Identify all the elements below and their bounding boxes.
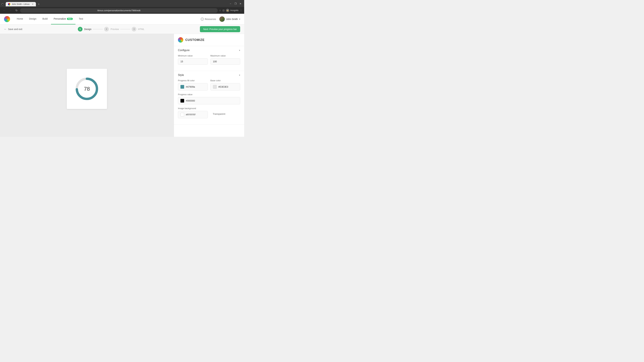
progress-value-swatch-row[interactable]: #000000 [178,97,240,104]
style-section-header[interactable]: Style ▾ [174,71,244,79]
tab-bar: ◂ John Smith › Litmus ✕ + − ❐ ✕ [0,0,244,7]
chevron-down-icon: ▾ [239,18,240,20]
base-color-hex: #E3E3E3 [218,85,228,88]
image-bg-row: Image background #FFFFFF Transparent [178,107,240,118]
step-3: 3 HTML [132,27,144,31]
base-color-group: Base color #E3E3E3 [210,79,240,90]
nav-links: Home Design Build Personalize New Test [14,14,201,24]
resources-btn[interactable]: i Resources [201,17,216,21]
step-3-label: HTML [138,28,144,30]
progress-value-swatch [180,99,184,103]
nav-right: i Resources John Smith ▾ [201,16,240,22]
address-input[interactable] [20,8,218,13]
stepper: 1 Design 2 Preview 3 HTML [22,27,200,31]
min-value-input[interactable] [178,58,208,65]
tab-title: John Smith › Litmus [12,3,30,5]
progress-fill-hex: #47909a [186,85,195,88]
min-value-group: Minimum value [178,54,208,65]
address-bar: ← → ↻ ☆ ⊡ 🕵 Incognito ⋮ [0,7,244,14]
transparent-label: Transparent [210,111,240,117]
image-bg-swatch [180,113,184,116]
incognito-label: Incognito [230,9,238,11]
resources-label: Resources [205,18,216,20]
top-nav: Home Design Build Personalize New Test i… [0,14,244,24]
tab-left-controls: ◂ [1,3,4,5]
window-controls: − ❐ ✕ [228,1,243,7]
back-arrow-icon: ← [4,28,7,31]
style-content: Progress fill color #47909a Base color #… [174,79,244,124]
min-value-label: Minimum value [178,54,208,57]
new-badge: New [67,18,73,20]
configure-chevron-icon: ▾ [239,49,240,52]
menu-icon[interactable]: ⋮ [240,9,242,12]
nav-home[interactable]: Home [14,14,26,24]
back-nav-btn[interactable]: ← [2,8,7,13]
max-value-label: Maximum value [210,54,240,57]
style-section: Style ▾ Progress fill color #47909a [174,71,244,124]
transparent-group: Transparent [210,107,240,118]
progress-fill-label: Progress fill color [178,79,208,82]
max-value-input[interactable] [210,58,240,65]
panel-title: CUSTOMIZE [185,38,204,42]
litmus-logo [4,16,10,22]
fill-base-color-row: Progress fill color #47909a Base color #… [178,79,240,90]
minimize-btn[interactable]: − [228,1,233,6]
nav-personalize[interactable]: Personalize New [51,14,76,24]
progress-fill-group: Progress fill color #47909a [178,79,208,90]
progress-value-label: Progress value [178,93,240,96]
new-tab-btn[interactable]: + [36,2,41,6]
base-color-swatch-row[interactable]: #E3E3E3 [210,83,240,90]
user-name: John Smith [226,18,238,20]
ring-container: 78 [74,75,100,102]
tab-back-btn[interactable]: ◂ [1,3,4,5]
avatar [219,16,225,22]
incognito-icon: 🕵 [226,9,229,12]
forward-nav-btn[interactable]: → [8,8,13,13]
nav-build[interactable]: Build [40,14,50,24]
tab-close-btn[interactable]: ✕ [32,3,34,5]
image-bg-label: Image background [178,107,208,110]
main-content: 78 CUSTOMIZE Configure ▾ Minim [0,34,244,137]
bookmark-icon[interactable]: ☆ [219,9,221,12]
style-title: Style [178,73,184,77]
step-connector-1-2 [93,29,103,29]
canvas-area: 78 [0,34,174,137]
reload-btn[interactable]: ↻ [14,8,19,13]
base-color-swatch [213,85,217,89]
close-btn[interactable]: ✕ [238,1,243,6]
maximize-btn[interactable]: ❐ [233,1,238,6]
split-view-icon[interactable]: ⊡ [222,9,224,12]
step-connector-2-3 [120,29,130,29]
configure-section-header[interactable]: Configure ▾ [174,46,244,54]
next-button[interactable]: Next: Preview your progress bar [200,26,240,32]
step-1-label: Design [84,28,92,30]
step-3-circle: 3 [132,27,136,31]
nav-design[interactable]: Design [26,14,39,24]
avatar-img [219,16,225,22]
style-chevron-icon: ▾ [239,74,240,76]
user-section[interactable]: John Smith ▾ [219,16,240,22]
tab-favicon [8,3,10,5]
incognito-btn[interactable]: 🕵 Incognito [226,9,238,12]
progress-value-group: Progress value #000000 [178,93,240,104]
panel-header: CUSTOMIZE [174,34,244,46]
active-tab[interactable]: John Smith › Litmus ✕ [6,2,36,6]
transparent-label-spacer [210,107,240,110]
progress-fill-swatch [180,85,184,89]
sub-header: ← Save and exit 1 Design 2 Preview 3 [0,24,244,34]
progress-fill-swatch-row[interactable]: #47909a [178,83,208,90]
image-bg-swatch-row[interactable]: #FFFFFF [178,111,208,118]
progress-value-hex: #000000 [186,99,195,102]
ring-value: 78 [84,86,90,92]
base-color-label: Base color [210,79,240,82]
configure-title: Configure [178,49,190,52]
configure-content: Minimum value Maximum value [174,54,244,71]
image-bg-group: Image background #FFFFFF [178,107,208,118]
save-and-exit-btn[interactable]: ← Save and exit [4,28,22,31]
step-2: 2 Preview [104,27,119,31]
panel-logo [178,37,183,42]
image-bg-hex: #FFFFFF [186,113,196,116]
progress-value-row: Progress value #000000 [178,93,240,104]
configure-section: Configure ▾ Minimum value Maximum value [174,46,244,71]
nav-test[interactable]: Test [76,14,86,24]
